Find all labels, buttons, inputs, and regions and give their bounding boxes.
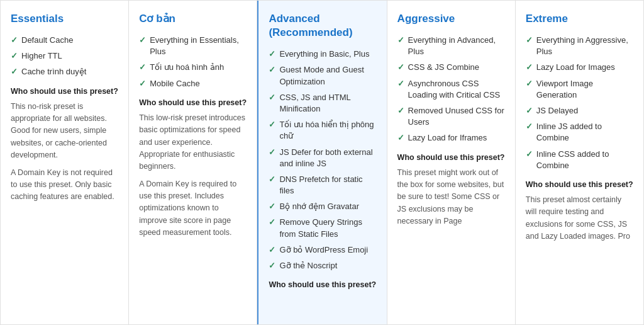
check-icon: ✓ bbox=[139, 78, 146, 89]
who-label-co-ban: Who should use this preset? bbox=[139, 98, 247, 107]
check-icon: ✓ bbox=[397, 78, 404, 89]
column-advanced: Advanced (Recommended)✓Everything in Bas… bbox=[257, 1, 387, 324]
feature-item: ✓Removed Unused CSS for Users bbox=[397, 105, 505, 128]
check-icon: ✓ bbox=[526, 121, 533, 132]
feature-text: Everything in Essentials, Plus bbox=[150, 35, 247, 57]
feature-text: Asynchronous CSS Loading with Critical C… bbox=[408, 78, 505, 101]
description-essentials-1: A Domain Key is not required to use this… bbox=[11, 167, 118, 203]
feature-item: ✓CSS & JS Combine bbox=[397, 62, 505, 73]
feature-text: Mobile Cache bbox=[150, 78, 200, 89]
feature-text: Tối ưu hóa hiển thị phông chữ bbox=[279, 119, 376, 142]
check-icon: ✓ bbox=[526, 78, 533, 89]
feature-item: ✓Viewport Image Generation bbox=[526, 78, 633, 101]
feature-text: Tối ưu hoá hình ảnh bbox=[150, 62, 224, 73]
check-icon: ✓ bbox=[526, 35, 533, 46]
check-icon: ✓ bbox=[269, 260, 275, 271]
feature-text: Everything in Aggressive, Plus bbox=[536, 35, 633, 57]
feature-list-aggressive: ✓Everything in Advanced, Plus✓CSS & JS C… bbox=[397, 35, 505, 144]
column-title-co-ban: Cơ bản bbox=[139, 12, 247, 26]
feature-list-essentials: ✓Default Cache✓Higher TTL✓Cache trình du… bbox=[11, 35, 118, 78]
check-icon: ✓ bbox=[269, 244, 275, 256]
feature-item: ✓Guest Mode and Guest Optimization bbox=[269, 64, 376, 87]
check-icon: ✓ bbox=[269, 217, 275, 228]
check-icon: ✓ bbox=[269, 201, 275, 212]
feature-item: ✓Tối ưu hóa hiển thị phông chữ bbox=[269, 119, 376, 142]
feature-item: ✓Bộ nhớ đệm Gravatar bbox=[269, 201, 376, 212]
feature-item: ✓Lazy Load for Images bbox=[526, 62, 633, 73]
feature-text: Guest Mode and Guest Optimization bbox=[279, 64, 376, 87]
column-title-advanced: Advanced (Recommended) bbox=[269, 12, 376, 40]
feature-text: CSS & JS Combine bbox=[408, 62, 479, 73]
check-icon: ✓ bbox=[11, 66, 18, 77]
check-icon: ✓ bbox=[397, 35, 404, 46]
description-extreme-0: This preset almost certainly will requir… bbox=[526, 194, 633, 243]
check-icon: ✓ bbox=[139, 35, 146, 46]
feature-item: ✓Default Cache bbox=[11, 35, 118, 46]
feature-text: Everything in Basic, Plus bbox=[279, 48, 369, 60]
feature-item: ✓Everything in Basic, Plus bbox=[269, 48, 376, 60]
feature-item: ✓Gỡ bỏ WordPress Emoji bbox=[269, 244, 376, 256]
check-icon: ✓ bbox=[139, 62, 146, 73]
who-label-essentials: Who should use this preset? bbox=[11, 87, 118, 96]
column-essentials: Essentials✓Default Cache✓Higher TTL✓Cach… bbox=[1, 1, 129, 324]
column-title-aggressive: Aggressive bbox=[397, 12, 505, 26]
feature-text: Viewport Image Generation bbox=[536, 78, 633, 101]
check-icon: ✓ bbox=[526, 105, 533, 117]
feature-text: JS Defer for both external and inline JS bbox=[279, 147, 376, 169]
check-icon: ✓ bbox=[269, 48, 275, 60]
feature-item: ✓Mobile Cache bbox=[139, 78, 247, 89]
feature-text: Inline CSS added to Combine bbox=[536, 149, 633, 171]
feature-item: ✓Everything in Essentials, Plus bbox=[139, 35, 247, 57]
feature-text: Gỡ bỏ WordPress Emoji bbox=[279, 244, 368, 256]
feature-text: Lazy Load for Iframes bbox=[408, 132, 487, 144]
feature-item: ✓Gỡ thẻ Noscript bbox=[269, 260, 376, 271]
check-icon: ✓ bbox=[397, 105, 404, 117]
feature-text: Lazy Load for Images bbox=[536, 62, 615, 73]
feature-text: Gỡ thẻ Noscript bbox=[279, 260, 337, 271]
feature-item: ✓Remove Query Strings from Static Files bbox=[269, 217, 376, 239]
check-icon: ✓ bbox=[269, 119, 275, 130]
feature-item: ✓Lazy Load for Iframes bbox=[397, 132, 505, 144]
check-icon: ✓ bbox=[269, 92, 275, 103]
feature-item: ✓Inline CSS added to Combine bbox=[526, 149, 633, 171]
check-icon: ✓ bbox=[269, 64, 275, 76]
feature-text: Default Cache bbox=[21, 35, 73, 46]
feature-item: ✓Higher TTL bbox=[11, 50, 118, 62]
feature-text: DNS Prefetch for static files bbox=[279, 174, 376, 197]
who-label-extreme: Who should use this preset? bbox=[526, 180, 633, 189]
feature-list-co-ban: ✓Everything in Essentials, Plus✓Tối ưu h… bbox=[139, 35, 247, 89]
check-icon: ✓ bbox=[397, 132, 404, 144]
check-icon: ✓ bbox=[269, 147, 275, 158]
feature-text: Inline JS added to Combine bbox=[536, 121, 633, 144]
feature-item: ✓Everything in Aggressive, Plus bbox=[526, 35, 633, 57]
feature-text: Higher TTL bbox=[21, 50, 62, 62]
feature-item: ✓DNS Prefetch for static files bbox=[269, 174, 376, 197]
feature-list-extreme: ✓Everything in Aggressive, Plus✓Lazy Loa… bbox=[526, 35, 633, 171]
feature-item: ✓Asynchronous CSS Loading with Critical … bbox=[397, 78, 505, 101]
feature-text: JS Delayed bbox=[536, 105, 578, 117]
feature-item: ✓Tối ưu hoá hình ảnh bbox=[139, 62, 247, 73]
feature-text: Bộ nhớ đệm Gravatar bbox=[279, 201, 359, 212]
feature-text: CSS, JS and HTML Minification bbox=[279, 92, 376, 115]
description-co-ban-0: This low-risk preset introduces basic op… bbox=[139, 112, 247, 173]
column-title-extreme: Extreme bbox=[526, 12, 633, 26]
feature-text: Removed Unused CSS for Users bbox=[408, 105, 505, 128]
column-aggressive: Aggressive✓Everything in Advanced, Plus✓… bbox=[387, 1, 516, 324]
check-icon: ✓ bbox=[397, 62, 404, 73]
description-co-ban-1: A Domain Key is required to use this pre… bbox=[139, 178, 247, 239]
feature-text: Everything in Advanced, Plus bbox=[408, 35, 505, 57]
feature-item: ✓Inline JS added to Combine bbox=[526, 121, 633, 144]
column-title-essentials: Essentials bbox=[11, 12, 118, 26]
who-label-advanced: Who should use this preset? bbox=[269, 280, 376, 289]
column-extreme: Extreme✓Everything in Aggressive, Plus✓L… bbox=[516, 1, 643, 324]
description-aggressive-0: This preset might work out of the box fo… bbox=[397, 167, 505, 228]
feature-item: ✓Cache trình duyệt bbox=[11, 66, 118, 77]
check-icon: ✓ bbox=[269, 174, 275, 185]
check-icon: ✓ bbox=[11, 35, 18, 46]
check-icon: ✓ bbox=[11, 50, 18, 62]
description-essentials-0: This no-risk preset is appropriate for a… bbox=[11, 101, 118, 162]
feature-item: ✓JS Defer for both external and inline J… bbox=[269, 147, 376, 169]
check-icon: ✓ bbox=[526, 62, 533, 73]
feature-list-advanced: ✓Everything in Basic, Plus✓Guest Mode an… bbox=[269, 48, 376, 271]
feature-item: ✓CSS, JS and HTML Minification bbox=[269, 92, 376, 115]
